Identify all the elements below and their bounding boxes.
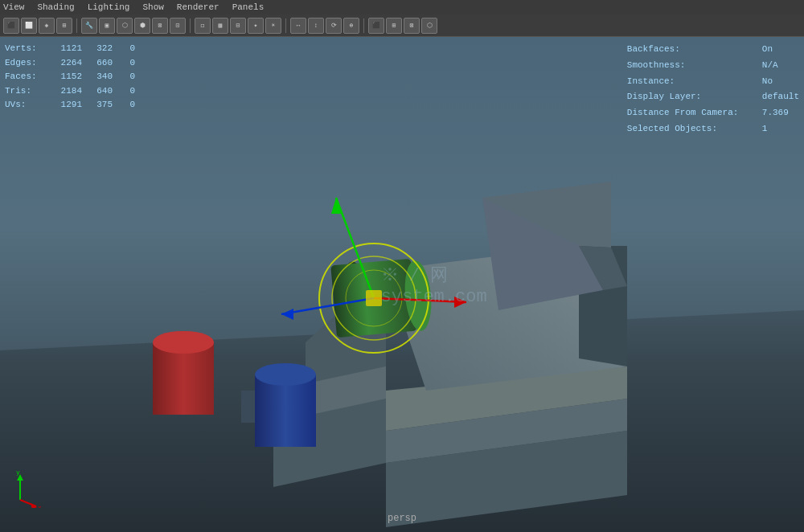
axis-indicator: y x <box>8 468 48 508</box>
info-row-distance: Distance From Camera: 7.369 <box>627 105 799 121</box>
toolbar-btn-14[interactable]: ✦ <box>248 18 264 34</box>
svg-text:x: x <box>38 504 42 508</box>
sep-1 <box>76 18 77 33</box>
toolbar-btn-23[interactable]: ⬡ <box>421 18 437 34</box>
stat-row-uvs: UVs: 1291 375 0 <box>5 98 135 113</box>
toolbar-btn-15[interactable]: ☀ <box>265 18 281 34</box>
info-value-distance: 7.369 <box>762 105 789 121</box>
info-value-backfaces: On <box>762 42 773 58</box>
stat-faces-3: 0 <box>119 70 135 84</box>
toolbar-btn-18[interactable]: ⟳ <box>326 18 342 34</box>
stat-verts-3: 0 <box>119 42 135 56</box>
info-row-smoothness: Smoothness: N/A <box>627 58 799 74</box>
toolbar-btn-21[interactable]: ⊞ <box>386 18 402 34</box>
stat-label-edges: Edges: <box>5 56 43 71</box>
info-row-displaylayer: Display Layer: default <box>627 89 799 105</box>
svg-text:y: y <box>16 469 20 476</box>
toolbar-btn-12[interactable]: ▦ <box>212 18 228 34</box>
toolbar-btn-4[interactable]: ⊞ <box>56 18 72 34</box>
stat-edges-3: 0 <box>119 56 135 71</box>
stat-uvs-1: 1291 <box>50 98 82 113</box>
toolbar-btn-16[interactable]: ↔ <box>290 18 306 34</box>
stat-row-verts: Verts: 1121 322 0 <box>5 42 135 56</box>
info-label-backfaces: Backfaces: <box>627 42 756 58</box>
info-panel: Backfaces: On Smoothness: N/A Instance: … <box>627 42 799 137</box>
toolbar-btn-5[interactable]: 🔧 <box>81 18 97 34</box>
viewport[interactable]: Verts: 1121 322 0 Edges: 2264 660 0 Face… <box>0 37 804 532</box>
stat-verts-1: 1121 <box>50 42 82 56</box>
info-label-instance: Instance: <box>627 74 756 90</box>
info-value-selected: 1 <box>762 121 768 137</box>
stat-uvs-3: 0 <box>119 98 135 113</box>
stat-faces-1: 1152 <box>50 70 82 84</box>
info-value-displaylayer: default <box>762 89 799 105</box>
toolbar-btn-19[interactable]: ⊕ <box>343 18 359 34</box>
stat-label-verts: Verts: <box>5 42 43 56</box>
stat-tris-3: 0 <box>119 84 135 99</box>
menu-bar: View Shading Lighting Show Renderer Pane… <box>0 0 804 14</box>
info-label-selected: Selected Objects: <box>627 121 756 137</box>
stat-edges-2: 660 <box>88 56 113 71</box>
sep-3 <box>285 18 286 33</box>
info-row-instance: Instance: No <box>627 74 799 90</box>
stat-uvs-2: 375 <box>88 98 113 113</box>
toolbar-btn-8[interactable]: ⬢ <box>134 18 150 34</box>
svg-rect-34 <box>366 290 382 306</box>
toolbar-btn-2[interactable]: ⬜ <box>21 18 37 34</box>
toolbar-btn-11[interactable]: ◻ <box>195 18 211 34</box>
stat-tris-1: 2184 <box>50 84 82 99</box>
stat-label-uvs: UVs: <box>5 98 43 113</box>
toolbar: ⬛ ⬜ ◈ ⊞ 🔧 ▣ ⬡ ⬢ ⊠ ⊡ ◻ ▦ ⊟ ✦ ☀ ↔ ↕ ⟳ ⊕ ⬛ … <box>0 14 804 37</box>
svg-point-18 <box>153 331 214 354</box>
toolbar-btn-3[interactable]: ◈ <box>39 18 55 34</box>
menu-shading[interactable]: Shading <box>37 2 74 12</box>
toolbar-btn-9[interactable]: ⊠ <box>152 18 168 34</box>
menu-show[interactable]: Show <box>142 2 163 12</box>
info-label-distance: Distance From Camera: <box>627 105 756 121</box>
stat-label-faces: Faces: <box>5 70 43 84</box>
toolbar-btn-1[interactable]: ⬛ <box>3 18 19 34</box>
sep-4 <box>363 18 364 33</box>
toolbar-btn-6[interactable]: ▣ <box>99 18 115 34</box>
stat-verts-2: 322 <box>88 42 113 56</box>
info-value-instance: No <box>762 74 773 90</box>
toolbar-btn-7[interactable]: ⬡ <box>117 18 133 34</box>
svg-point-21 <box>255 363 316 386</box>
toolbar-btn-13[interactable]: ⊟ <box>230 18 246 34</box>
stat-row-tris: Tris: 2184 640 0 <box>5 84 135 99</box>
stat-row-edges: Edges: 2264 660 0 <box>5 56 135 71</box>
info-label-displaylayer: Display Layer: <box>627 89 756 105</box>
menu-renderer[interactable]: Renderer <box>177 2 219 12</box>
stat-edges-1: 2264 <box>50 56 82 71</box>
menu-lighting[interactable]: Lighting <box>88 2 130 12</box>
toolbar-btn-22[interactable]: ⊠ <box>404 18 420 34</box>
info-label-smoothness: Smoothness: <box>627 58 756 74</box>
info-value-smoothness: N/A <box>762 58 778 74</box>
stat-label-tris: Tris: <box>5 84 43 99</box>
toolbar-btn-20[interactable]: ⬛ <box>368 18 384 34</box>
stats-panel: Verts: 1121 322 0 Edges: 2264 660 0 Face… <box>5 42 135 113</box>
stat-faces-2: 340 <box>88 70 113 84</box>
camera-label: persp <box>388 513 416 524</box>
info-row-backfaces: Backfaces: On <box>627 42 799 58</box>
menu-panels[interactable]: Panels <box>232 2 265 12</box>
toolbar-btn-17[interactable]: ↕ <box>308 18 324 34</box>
sep-2 <box>190 18 191 33</box>
menu-view[interactable]: View <box>3 2 24 12</box>
stat-tris-2: 640 <box>88 84 113 99</box>
toolbar-btn-10[interactable]: ⊡ <box>170 18 186 34</box>
stat-row-faces: Faces: 1152 340 0 <box>5 70 135 84</box>
info-row-selected: Selected Objects: 1 <box>627 121 799 137</box>
